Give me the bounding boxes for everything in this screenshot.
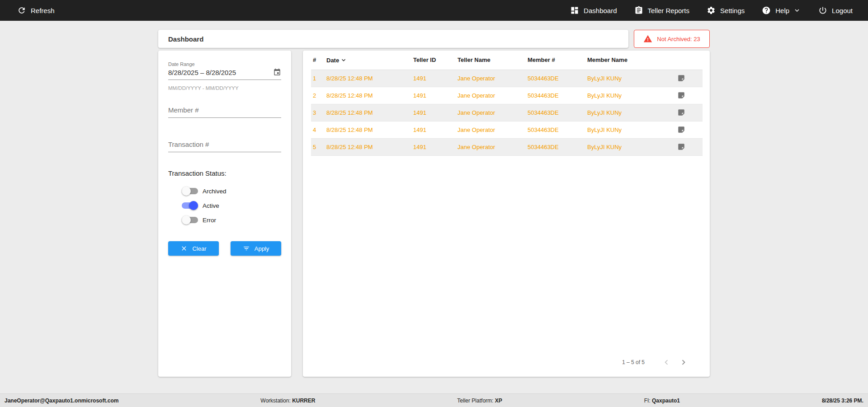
cell-teller-id: 1491 — [411, 138, 456, 155]
col-member-number: Member # — [526, 51, 585, 70]
cell-member-name: ByLyJI KUNy — [585, 70, 675, 87]
close-x-icon — [180, 245, 188, 252]
note-icon[interactable] — [677, 74, 685, 82]
table-body: 1 8/28/25 12:48 PM 1491 Jane Operator 50… — [311, 70, 703, 155]
active-toggle-label: Active — [203, 202, 219, 209]
not-archived-badge[interactable]: Not Archived: 23 — [634, 30, 710, 48]
question-circle-icon — [762, 6, 771, 15]
cell-index: 2 — [311, 87, 325, 104]
sort-desc-chevron-icon — [340, 56, 347, 64]
cell-index: 1 — [311, 70, 325, 87]
table-row[interactable]: 1 8/28/25 12:48 PM 1491 Jane Operator 50… — [311, 70, 703, 87]
toggle-row-archived: Archived — [182, 186, 281, 196]
cell-note[interactable] — [675, 121, 703, 138]
status-fi-value: Qaxpauto1 — [652, 398, 680, 404]
cell-note[interactable] — [675, 104, 703, 121]
warning-triangle-icon — [643, 34, 652, 43]
date-range-label: Date Range — [168, 61, 281, 67]
cell-teller-name: Jane Operator — [456, 138, 526, 155]
cell-index: 3 — [311, 104, 325, 121]
clipboard-icon — [634, 6, 643, 15]
cell-member-name: ByLyJI KUNy — [585, 138, 675, 155]
table-row[interactable]: 2 8/28/25 12:48 PM 1491 Jane Operator 50… — [311, 87, 703, 104]
previous-page-button[interactable] — [661, 357, 672, 368]
top-navigation-bar: Refresh Dashboard Teller Reports Setting… — [0, 0, 868, 21]
cell-note[interactable] — [675, 70, 703, 87]
transactions-table: # Date Teller ID Teller Name Member # Me… — [311, 51, 703, 156]
apply-button-label: Apply — [255, 245, 269, 252]
note-icon[interactable] — [677, 143, 685, 151]
cell-teller-name: Jane Operator — [456, 104, 526, 121]
clear-button[interactable]: Clear — [168, 241, 219, 256]
power-icon — [818, 6, 827, 15]
dashboard-grid-icon — [570, 6, 579, 15]
error-toggle[interactable] — [182, 217, 198, 223]
toggle-row-active: Active — [182, 201, 281, 211]
status-fi: FI: Qaxpauto1 — [644, 398, 680, 404]
cell-member-name: ByLyJI KUNy — [585, 87, 675, 104]
archived-toggle-thumb — [182, 187, 191, 196]
status-teller-platform-label: Teller Platform: — [457, 398, 493, 404]
col-date[interactable]: Date — [325, 51, 411, 70]
nav-dashboard-button[interactable]: Dashboard — [570, 6, 617, 15]
cell-note[interactable] — [675, 138, 703, 155]
note-icon[interactable] — [677, 108, 685, 117]
cell-teller-name: Jane Operator — [456, 70, 526, 87]
nav-settings-button[interactable]: Settings — [707, 6, 745, 15]
active-toggle-thumb — [189, 201, 198, 210]
pagination: 1 – 5 of 5 — [311, 357, 703, 368]
date-range-input[interactable] — [168, 67, 281, 77]
nav-teller-reports-button[interactable]: Teller Reports — [634, 6, 690, 15]
page-header: Dashboard — [158, 30, 628, 48]
chevron-left-icon — [661, 357, 671, 367]
archived-toggle[interactable] — [182, 188, 198, 194]
logout-button[interactable]: Logout — [818, 6, 853, 15]
filter-lines-icon — [243, 245, 250, 252]
transaction-number-input[interactable] — [168, 137, 281, 152]
cell-index: 4 — [311, 121, 325, 138]
cell-member-number: 5034463DE — [526, 70, 585, 87]
error-toggle-label: Error — [203, 217, 216, 224]
cell-note[interactable] — [675, 87, 703, 104]
col-note — [675, 51, 703, 70]
cell-index: 5 — [311, 138, 325, 155]
chevron-down-icon — [793, 6, 801, 14]
transaction-status-label: Transaction Status: — [168, 169, 281, 177]
apply-button[interactable]: Apply — [231, 241, 281, 256]
not-archived-label: Not Archived: 23 — [657, 36, 700, 42]
calendar-icon[interactable] — [273, 68, 281, 76]
cell-date: 8/28/25 12:48 PM — [325, 104, 411, 121]
col-teller-name: Teller Name — [456, 51, 526, 70]
note-icon[interactable] — [677, 91, 685, 99]
transaction-status-toggles: Archived Active Error — [182, 186, 281, 225]
logout-label: Logout — [832, 7, 853, 14]
refresh-button[interactable]: Refresh — [17, 6, 55, 15]
cell-member-number: 5034463DE — [526, 121, 585, 138]
next-page-button[interactable] — [678, 357, 689, 368]
member-number-input[interactable] — [168, 103, 281, 118]
cell-member-name: ByLyJI KUNy — [585, 121, 675, 138]
table-row[interactable]: 5 8/28/25 12:48 PM 1491 Jane Operator 50… — [311, 138, 703, 155]
cell-date: 8/28/25 12:48 PM — [325, 121, 411, 138]
cell-teller-name: Jane Operator — [456, 121, 526, 138]
status-fi-label: FI: — [644, 398, 651, 404]
status-workstation-label: Workstation: — [260, 398, 290, 404]
note-icon[interactable] — [677, 126, 685, 134]
page-title: Dashboard — [168, 35, 203, 43]
cell-teller-name: Jane Operator — [456, 87, 526, 104]
refresh-label: Refresh — [31, 7, 55, 14]
cell-teller-id: 1491 — [411, 121, 456, 138]
nav-help-button[interactable]: Help — [762, 6, 801, 15]
table-row[interactable]: 4 8/28/25 12:48 PM 1491 Jane Operator 50… — [311, 121, 703, 138]
cell-teller-id: 1491 — [411, 70, 456, 87]
filter-panel: Date Range MM/DD/YYYY - MM/DD/YYYY Trans… — [158, 51, 291, 377]
nav-dashboard-label: Dashboard — [584, 7, 617, 14]
active-toggle[interactable] — [182, 202, 198, 209]
status-workstation: Workstation: KURRER — [260, 398, 315, 404]
table-row[interactable]: 3 8/28/25 12:48 PM 1491 Jane Operator 50… — [311, 104, 703, 121]
col-teller-id: Teller ID — [411, 51, 456, 70]
cell-member-number: 5034463DE — [526, 104, 585, 121]
nav-help-label: Help — [775, 7, 789, 14]
gear-icon — [707, 6, 716, 15]
cell-teller-id: 1491 — [411, 87, 456, 104]
